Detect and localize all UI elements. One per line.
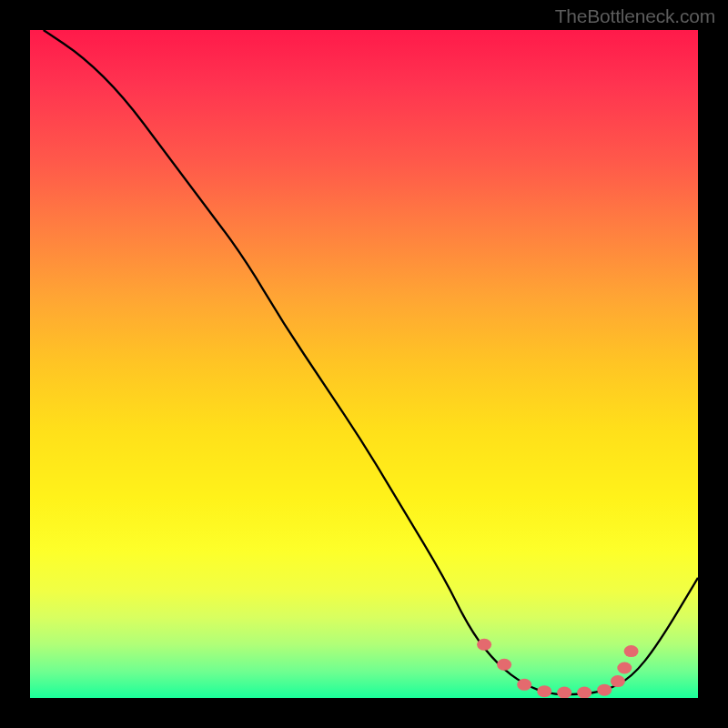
attribution-text: TheBottleneck.com bbox=[555, 5, 715, 27]
plot-gradient-area bbox=[30, 30, 698, 698]
chart-frame: TheBottleneck.com bbox=[0, 0, 728, 728]
